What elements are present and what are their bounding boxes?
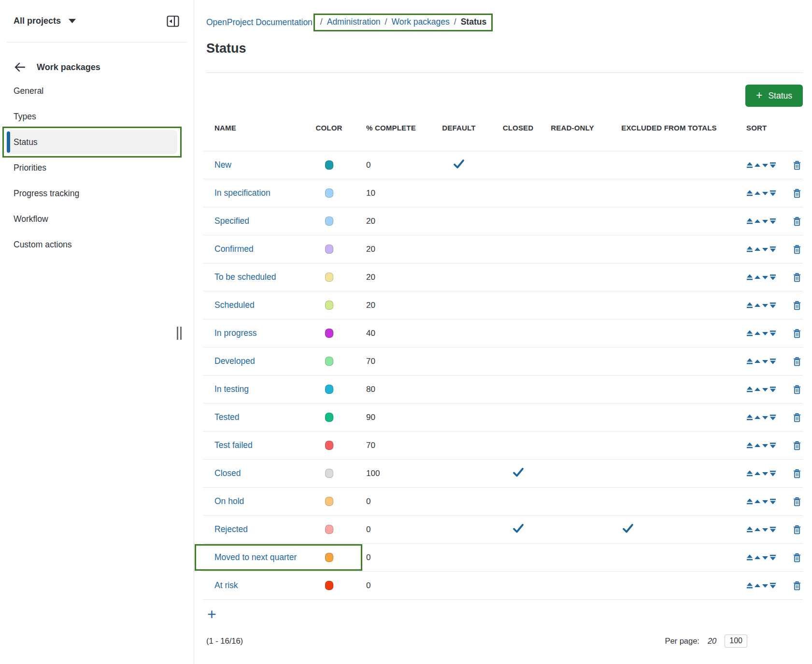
sidebar-item-progress-tracking[interactable]: Progress tracking [7,181,177,205]
move-to-top-button[interactable] [746,190,753,197]
per-page-option-100[interactable]: 100 [725,635,747,648]
add-status-link[interactable]: + [207,606,216,622]
status-name-link[interactable]: On hold [214,496,244,506]
status-name-link[interactable]: New [214,160,231,170]
move-down-button[interactable] [762,582,769,589]
move-to-top-button[interactable] [746,554,753,561]
move-up-button[interactable] [754,358,761,365]
sidebar-item-types[interactable]: Types [7,104,177,129]
move-down-button[interactable] [762,386,769,393]
move-to-top-button[interactable] [746,162,753,169]
breadcrumb-link-root[interactable]: OpenProject Documentation [206,17,313,28]
move-to-top-button[interactable] [746,582,753,589]
move-down-button[interactable] [762,498,769,505]
delete-status-button[interactable] [793,497,801,506]
move-up-button[interactable] [754,246,761,253]
move-down-button[interactable] [762,162,769,169]
delete-status-button[interactable] [793,441,801,450]
move-to-top-button[interactable] [746,358,753,365]
delete-status-button[interactable] [793,245,801,254]
sidebar-item-general[interactable]: General [7,79,177,103]
status-name-link[interactable]: Specified [214,216,249,226]
move-down-button[interactable] [762,442,769,449]
move-up-button[interactable] [754,190,761,197]
delete-status-button[interactable] [793,385,801,394]
move-to-bottom-button[interactable] [769,442,776,449]
move-to-bottom-button[interactable] [769,470,776,477]
move-to-bottom-button[interactable] [769,190,776,197]
move-down-button[interactable] [762,190,769,197]
move-to-bottom-button[interactable] [769,218,776,225]
move-to-bottom-button[interactable] [769,554,776,561]
sidebar-item-custom-actions[interactable]: Custom actions [7,232,177,257]
move-to-top-button[interactable] [746,470,753,477]
breadcrumb-link-administration[interactable]: Administration [327,17,381,27]
move-to-bottom-button[interactable] [769,498,776,505]
move-to-bottom-button[interactable] [769,386,776,393]
back-arrow-icon[interactable] [14,62,25,72]
move-up-button[interactable] [754,498,761,505]
move-to-bottom-button[interactable] [769,414,776,421]
move-down-button[interactable] [762,246,769,253]
move-up-button[interactable] [754,302,761,309]
delete-status-button[interactable] [793,301,801,310]
move-to-top-button[interactable] [746,526,753,533]
sidebar-item-priorities[interactable]: Priorities [7,156,177,180]
project-selector[interactable]: All projects [14,16,76,26]
status-name-link[interactable]: Rejected [214,524,248,534]
move-down-button[interactable] [762,554,769,561]
delete-status-button[interactable] [793,217,801,226]
move-to-top-button[interactable] [746,274,753,281]
delete-status-button[interactable] [793,357,801,366]
status-name-link[interactable]: At risk [214,580,238,591]
move-to-bottom-button[interactable] [769,526,776,533]
delete-status-button[interactable] [793,160,801,170]
move-to-bottom-button[interactable] [769,246,776,253]
status-name-link[interactable]: In progress [214,328,257,338]
move-up-button[interactable] [754,162,761,169]
move-to-top-button[interactable] [746,330,753,337]
status-name-link[interactable]: Closed [214,468,241,478]
move-up-button[interactable] [754,442,761,449]
sidebar-resize-handle[interactable] [177,327,184,340]
add-status-button[interactable]: + Status [745,85,803,107]
delete-status-button[interactable] [793,525,801,534]
status-name-link[interactable]: Test failed [214,440,253,450]
move-down-button[interactable] [762,414,769,421]
move-to-bottom-button[interactable] [769,302,776,309]
sidebar-item-workflow[interactable]: Workflow [7,207,177,231]
delete-status-button[interactable] [793,329,801,338]
status-name-link[interactable]: Tested [214,412,240,422]
status-name-link[interactable]: Moved to next quarter [214,552,297,563]
move-to-top-button[interactable] [746,246,753,253]
move-up-button[interactable] [754,274,761,281]
delete-status-button[interactable] [793,469,801,478]
move-up-button[interactable] [754,526,761,533]
move-down-button[interactable] [762,526,769,533]
move-to-top-button[interactable] [746,386,753,393]
move-to-top-button[interactable] [746,302,753,309]
status-name-link[interactable]: Scheduled [214,300,255,310]
move-up-button[interactable] [754,414,761,421]
move-to-top-button[interactable] [746,414,753,421]
status-name-link[interactable]: In specification [214,188,271,198]
move-up-button[interactable] [754,386,761,393]
move-up-button[interactable] [754,554,761,561]
move-up-button[interactable] [754,330,761,337]
move-up-button[interactable] [754,470,761,477]
move-down-button[interactable] [762,218,769,225]
status-name-link[interactable]: Developed [214,356,255,366]
move-up-button[interactable] [754,218,761,225]
move-up-button[interactable] [754,582,761,589]
move-to-bottom-button[interactable] [769,162,776,169]
move-down-button[interactable] [762,470,769,477]
move-to-bottom-button[interactable] [769,274,776,281]
move-to-top-button[interactable] [746,498,753,505]
move-down-button[interactable] [762,330,769,337]
move-down-button[interactable] [762,274,769,281]
move-to-bottom-button[interactable] [769,330,776,337]
move-down-button[interactable] [762,358,769,365]
sidebar-item-status[interactable]: Status [7,130,177,154]
delete-status-button[interactable] [793,273,801,282]
breadcrumb-link-work-packages[interactable]: Work packages [391,17,449,27]
